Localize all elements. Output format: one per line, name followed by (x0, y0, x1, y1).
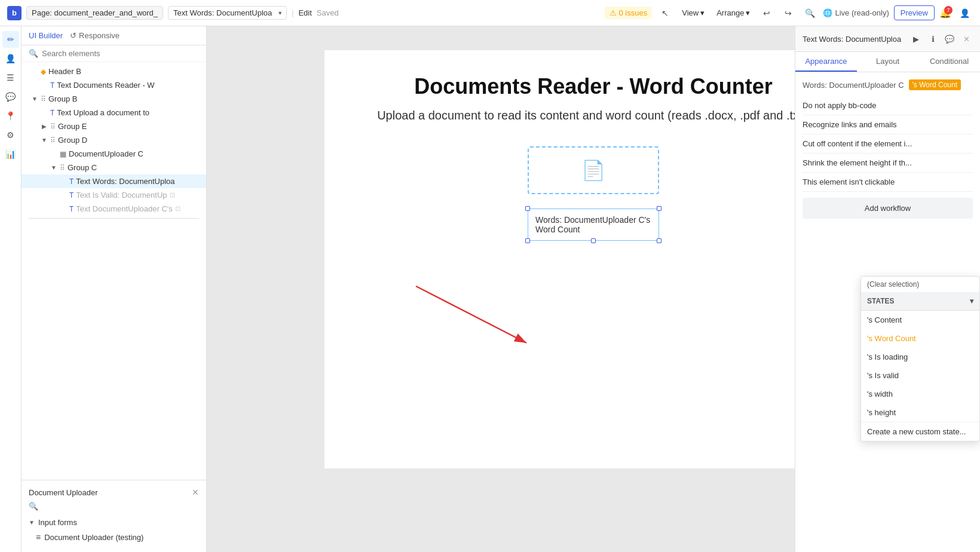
issues-badge[interactable]: ⚠ 0 issues (605, 7, 653, 19)
tree-item-groupc[interactable]: ▼ ⠿ Group C (22, 161, 206, 174)
state-width[interactable]: 's width (861, 385, 979, 403)
list-icon: ≡ (36, 532, 41, 542)
tree-item-text-words[interactable]: T Text Words: DocumentUploa (22, 174, 206, 188)
live-mode[interactable]: 🌐 Live (read-only) (823, 8, 889, 17)
text-icon: T (69, 177, 74, 186)
edit-button[interactable]: Edit (298, 8, 311, 17)
comment-icon[interactable]: 💬 (943, 32, 956, 45)
page-selector[interactable]: Page: document_reader_and_word_ (26, 6, 163, 20)
toggle-icon: ▼ (50, 164, 57, 171)
state-valid[interactable]: 's Is valid (861, 366, 979, 385)
uploader-icon: ▦ (60, 150, 66, 158)
left-panel: UI Builder ↺ Responsive 🔍 ◆ Header B T T… (22, 26, 207, 552)
state-word-count[interactable]: 's Word Count (861, 329, 979, 348)
panel-tabs: UI Builder ↺ Responsive (22, 26, 206, 45)
tree-item-text-docs[interactable]: T Text Documents Reader - W (22, 78, 206, 92)
chat-icon[interactable]: 💬 (2, 88, 19, 105)
play-icon[interactable]: ▶ (909, 32, 923, 45)
right-panel-header: Text Words: DocumentUploa ▶ ℹ 💬 ✕ (795, 26, 980, 52)
tree-item-headerb[interactable]: ◆ Header B (22, 65, 206, 78)
arrange-chevron: ▾ (746, 8, 750, 17)
close-panel-button[interactable]: ✕ (960, 32, 973, 45)
view-label: View (682, 8, 699, 17)
tab-responsive[interactable]: ↺ Responsive (70, 31, 120, 40)
states-header: STATES ▾ (861, 292, 979, 311)
doc-uploader-header: Document Uploader ✕ (22, 485, 206, 499)
notifications-button[interactable]: 🔔 7 (939, 7, 951, 19)
user-avatar[interactable]: 👤 (956, 5, 973, 22)
field-value-chip[interactable]: 's Word Count (909, 79, 961, 90)
tree-item-groupe[interactable]: ▶ ⠿ Group E (22, 119, 206, 133)
tab-layout[interactable]: Layout (857, 52, 918, 72)
ui-builder-icon[interactable]: ✏ (2, 31, 19, 48)
user-icon[interactable]: 👤 (2, 50, 19, 67)
resize-handle-bl[interactable] (525, 238, 530, 243)
option-label: Recognize links and emails (803, 120, 897, 129)
settings-gear-icon[interactable]: ⚙ (2, 127, 19, 143)
info-icon[interactable]: ℹ (926, 32, 939, 45)
document-icon: 📄 (581, 159, 605, 182)
states-chevron: ▾ (970, 297, 973, 305)
tree-label: Text Words: DocumentUploa (76, 177, 174, 186)
option-not-clickable[interactable]: This element isn't clickable (803, 173, 973, 192)
search-icon: 🔍 (29, 49, 38, 58)
toggle-icon: ▼ (31, 96, 38, 102)
tab-appearance[interactable]: Appearance (795, 52, 857, 72)
doc-uploader-search-input[interactable] (42, 502, 199, 511)
tree-item-docuploader[interactable]: ▦ DocumentUploader C (22, 147, 206, 161)
tree-item-text-docuploader[interactable]: T Text DocumentUploader C's ⊡ (22, 202, 206, 216)
create-custom-state[interactable]: Create a new custom state... (861, 422, 979, 441)
option-cutoff[interactable]: Cut off content if the element i... (803, 134, 973, 154)
right-panel-icons: ▶ ℹ 💬 ✕ (909, 32, 973, 45)
input-forms-header[interactable]: ▼ Input forms (22, 516, 206, 529)
state-height[interactable]: 's height (861, 403, 979, 422)
state-content[interactable]: 's Content (861, 311, 979, 329)
view-menu[interactable]: View ▾ (678, 7, 708, 19)
tab-ui-builder[interactable]: UI Builder (29, 31, 63, 40)
group-icon: ⠿ (50, 136, 56, 145)
resize-handle-br[interactable] (657, 238, 662, 243)
option-label: This element isn't clickable (803, 177, 895, 186)
tree-item-text-upload[interactable]: T Text Upload a document to (22, 106, 206, 119)
tree-label: Header B (48, 67, 81, 76)
resize-handle-tl[interactable] (525, 206, 530, 211)
group-icon: ⠿ (60, 164, 65, 172)
redo-button[interactable]: ↪ (780, 5, 797, 22)
group-icon: ⠿ (41, 95, 46, 103)
hidden-icon: ⊡ (170, 191, 175, 199)
text-words-element[interactable]: Words: DocumentUploader C's Word Count (528, 208, 659, 241)
clear-selection[interactable]: (Clear selection) (861, 277, 979, 292)
resize-handle-tr[interactable] (657, 206, 662, 211)
state-loading[interactable]: 's Is loading (861, 348, 979, 366)
search-input[interactable] (42, 49, 199, 58)
option-shrink[interactable]: Shrink the element height if th... (803, 154, 973, 173)
layers-icon[interactable]: ☰ (2, 69, 19, 86)
preview-button[interactable]: Preview (894, 5, 935, 20)
toggle-icon: ▼ (41, 137, 48, 143)
undo-button[interactable]: ↩ (758, 5, 775, 22)
text-icon: T (50, 81, 54, 90)
tree-item-groupd[interactable]: ▼ ⠿ Group D (22, 133, 206, 147)
analytics-icon[interactable]: 📊 (2, 146, 19, 162)
doc-uploader-widget[interactable]: 📄 (528, 146, 659, 194)
doc-uploader-testing-item[interactable]: ≡ Document Uploader (testing) (22, 529, 206, 545)
arrange-menu[interactable]: Arrange ▾ (713, 7, 754, 19)
main-layout: ✏ 👤 ☰ 💬 📍 ⚙ 📊 UI Builder ↺ Responsive 🔍 … (0, 26, 980, 552)
saved-label: Saved (317, 8, 339, 17)
add-workflow-button[interactable]: Add workflow (803, 198, 973, 219)
tab-conditional[interactable]: Conditional (918, 52, 980, 72)
element-tree: ◆ Header B T Text Documents Reader - W ▼… (22, 62, 206, 480)
cursor-tool[interactable]: ↖ (657, 5, 673, 22)
text-box-content: Words: DocumentUploader C's Word Count (528, 208, 659, 241)
resize-handle-bm[interactable] (591, 238, 596, 243)
location-icon[interactable]: 📍 (2, 108, 19, 124)
search-button[interactable]: 🔍 (801, 5, 818, 22)
option-links[interactable]: Recognize links and emails (803, 115, 973, 134)
element-selector[interactable]: Text Words: DocumentUploa (168, 6, 287, 20)
page-subtitle: Upload a document to read its content an… (377, 109, 810, 122)
option-no-bbcode[interactable]: Do not apply bb-code (803, 96, 973, 115)
tree-item-groupb[interactable]: ▼ ⠿ Group B (22, 92, 206, 106)
doc-uploader-close-button[interactable]: ✕ (192, 487, 199, 497)
tree-item-text-valid[interactable]: T Text Is Valid: DocumentUp ⊡ (22, 188, 206, 202)
tree-label: Group E (58, 122, 87, 131)
